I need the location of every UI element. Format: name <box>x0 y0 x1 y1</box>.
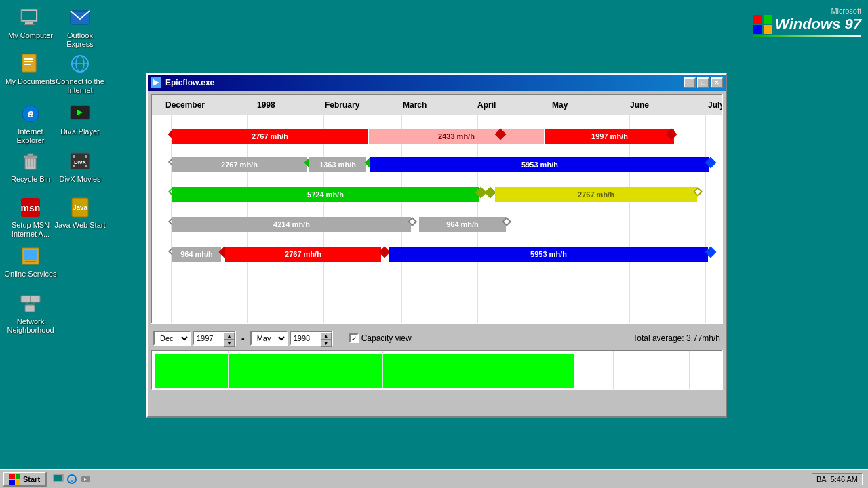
windows97-text: Windows 97 <box>775 16 861 33</box>
online-services-label: Online Services <box>4 270 56 279</box>
year-from-down[interactable]: ▼ <box>224 340 235 347</box>
title-bar: Epicflow.exe _ □ ✕ <box>148 75 726 91</box>
minimize-button[interactable]: _ <box>684 77 696 88</box>
cap-grid-6 <box>613 351 614 389</box>
icon-my-documents[interactable]: My Documents <box>3 53 58 86</box>
svg-rect-34 <box>25 261 36 262</box>
chart-area: December 1998 February March April May J… <box>151 94 723 324</box>
bar-r4-1: 4214 mh/h <box>172 217 411 232</box>
capacity-checkbox[interactable]: ✓ <box>349 333 359 343</box>
bar-r1-2: 2433 mh/h <box>369 129 544 144</box>
svg-line-39 <box>31 302 35 305</box>
year-from-up[interactable]: ▲ <box>224 332 235 340</box>
month-december: December <box>165 100 205 110</box>
year-to-down[interactable]: ▼ <box>321 340 332 347</box>
ie-label: Internet Explorer <box>3 127 58 145</box>
svg-rect-36 <box>31 296 40 302</box>
bar-r3-1: 5724 mh/h <box>172 187 479 202</box>
year-from-value: 1997 <box>194 332 224 344</box>
bar-r5-1: 964 mh/h <box>172 247 221 262</box>
year-to-up[interactable]: ▲ <box>321 332 332 340</box>
maximize-button[interactable]: □ <box>697 77 709 88</box>
recycle-bin-label: Recycle Bin <box>11 175 50 184</box>
icon-setup-msn[interactable]: msn Setup MSN Internet A... <box>3 197 58 239</box>
icon-online-services[interactable]: Online Services <box>3 245 58 279</box>
capacity-bar-green <box>155 354 574 388</box>
date-to-group: Jan Feb Mar Apr May Jun 1998 ▲ ▼ <box>250 331 333 346</box>
bar-r2-3: 5953 mh/h <box>370 157 709 172</box>
app-window: Epicflow.exe _ □ ✕ December 1998 Februar… <box>146 73 727 418</box>
app-title: Epicflow.exe <box>165 78 214 87</box>
msn-icon: msn <box>20 197 41 218</box>
svg-rect-43 <box>54 475 62 481</box>
svg-rect-35 <box>21 296 31 302</box>
capacity-area <box>151 350 723 390</box>
month-headers: December 1998 February March April May J… <box>152 95 722 115</box>
svg-line-38 <box>26 302 30 305</box>
gridline-6 <box>629 115 630 324</box>
date-separator: - <box>241 333 245 344</box>
my-computer-label: My Computer <box>8 31 53 40</box>
icon-recycle-bin[interactable]: Recycle Bin <box>3 150 58 184</box>
my-computer-icon <box>20 7 41 28</box>
year-from-field: 1997 ▲ ▼ <box>193 331 236 346</box>
month-may: May <box>552 100 568 110</box>
icon-connect-internet[interactable]: Connect to the Internet <box>53 53 107 95</box>
ie-icon: e <box>20 103 41 125</box>
icon-outlook[interactable]: Outlook Express <box>53 7 107 49</box>
icon-divx-player[interactable]: DivX Player <box>53 103 107 136</box>
year-from-spinner: ▲ ▼ <box>224 332 235 347</box>
taskbar-icon-2[interactable]: e <box>66 473 78 485</box>
year-to-value: 1998 <box>291 332 321 344</box>
cap-grid-7 <box>689 351 690 389</box>
outlook-label: Outlook Express <box>53 31 107 49</box>
svg-rect-7 <box>24 61 33 62</box>
total-average: Total average: 3.77mh/h <box>633 333 720 343</box>
bar-r5-3: 5953 mh/h <box>389 247 708 262</box>
windows-logo: Microsoft Windows 97 <box>753 7 861 37</box>
month-from-select[interactable]: Dec Jan Feb Mar Apr May <box>153 331 191 346</box>
start-label: Start <box>23 475 40 483</box>
divx-movies-label: DivX Movies <box>59 175 100 184</box>
app-icon <box>151 77 161 88</box>
language-indicator: BA <box>816 475 827 483</box>
icon-my-computer[interactable]: My Computer <box>3 7 58 40</box>
win-bar <box>753 35 861 37</box>
clock: 5:46 AM <box>831 475 858 483</box>
svg-point-24 <box>85 155 87 158</box>
taskbar: Start e BA 5:46 AM <box>0 469 868 488</box>
bar-r2-2: 1363 mh/h <box>309 157 366 172</box>
month-april: April <box>477 100 496 110</box>
month-july: July <box>708 100 723 110</box>
svg-marker-40 <box>153 79 159 86</box>
icon-network-neighborhood[interactable]: Network Neighborhood <box>3 293 58 335</box>
svg-text:DivX: DivX <box>74 159 86 165</box>
title-bar-buttons: _ □ ✕ <box>684 77 723 88</box>
cap-grid-4 <box>460 351 460 389</box>
month-march: March <box>403 100 427 110</box>
start-button[interactable]: Start <box>3 472 47 487</box>
icon-divx-movies[interactable]: DivX DivX Movies <box>53 150 107 184</box>
svg-rect-18 <box>28 154 33 156</box>
svg-rect-1 <box>22 11 36 20</box>
svg-text:msn: msn <box>21 203 41 214</box>
divx-movies-icon: DivX <box>69 150 91 172</box>
bar-r3-2: 2767 mh/h <box>495 187 697 202</box>
microsoft-text: Microsoft <box>753 7 861 15</box>
svg-rect-5 <box>22 54 36 72</box>
icon-java-web-start[interactable]: Java Java Web Start <box>53 197 107 230</box>
close-button[interactable]: ✕ <box>711 77 723 88</box>
svg-rect-37 <box>25 305 35 312</box>
icon-internet-explorer[interactable]: e Internet Explorer <box>3 103 58 145</box>
month-to-select[interactable]: Jan Feb Mar Apr May Jun <box>250 331 288 346</box>
system-tray: BA 5:46 AM <box>812 473 863 485</box>
setup-msn-label: Setup MSN Internet A... <box>3 221 58 239</box>
taskbar-icon-1[interactable] <box>52 473 64 485</box>
svg-point-23 <box>73 155 75 158</box>
svg-rect-3 <box>24 24 35 25</box>
taskbar-icon-3[interactable] <box>79 473 92 485</box>
controls-area: Dec Jan Feb Mar Apr May 1997 ▲ ▼ - Jan F… <box>148 327 726 350</box>
gridline-7 <box>705 115 706 324</box>
java-label: Java Web Start <box>55 221 106 230</box>
svg-rect-8 <box>24 64 31 65</box>
